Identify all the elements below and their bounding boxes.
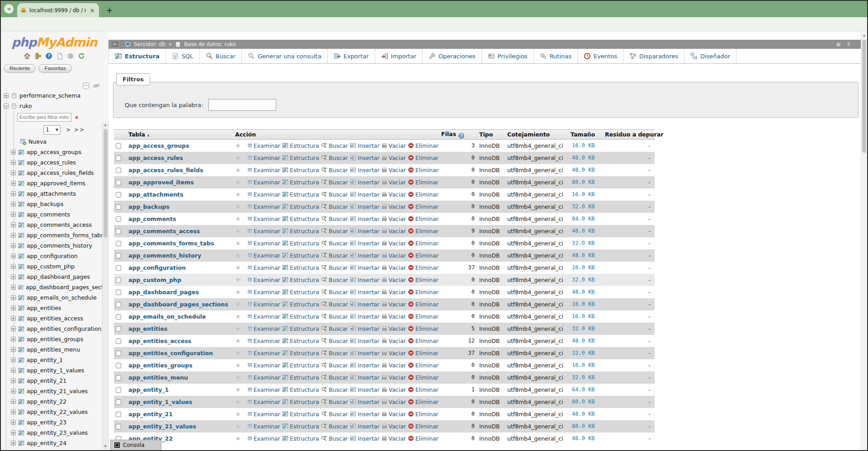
structure-action-link[interactable]: Estructura [282, 325, 319, 332]
tree-table-label[interactable]: app_entities [27, 305, 61, 311]
scroll-up-icon[interactable]: ▲ [103, 123, 108, 127]
collapse-all-icon[interactable]: − [83, 83, 89, 89]
rows-help-icon[interactable]: ? [458, 133, 464, 139]
tree-table-label[interactable]: app_comments_forms_tabs [27, 232, 102, 239]
favorite-star-icon[interactable]: ★ [235, 227, 241, 235]
insert-action-link[interactable]: Insertar [350, 191, 380, 198]
empty-action-link[interactable]: Vaciar [382, 240, 406, 247]
help-icon[interactable] [45, 52, 52, 60]
search-action-link[interactable]: Buscar [321, 191, 348, 198]
header-residuo[interactable]: Residuo a depurar [603, 130, 655, 140]
insert-action-link[interactable]: Insertar [350, 155, 380, 161]
drop-action-link[interactable]: Eliminar [408, 325, 439, 332]
drop-action-link[interactable]: Eliminar [408, 264, 439, 271]
row-checkbox[interactable] [116, 375, 121, 381]
tree-table-app_entity_22[interactable]: +app_entity_22 [0, 396, 102, 407]
insert-action-link[interactable]: Insertar [350, 325, 380, 332]
structure-action-link[interactable]: Estructura [282, 411, 319, 418]
favorite-star-icon[interactable]: ★ [235, 362, 241, 369]
tab-operaciones[interactable]: Operaciones [423, 49, 482, 63]
search-action-link[interactable]: Buscar [321, 386, 348, 393]
structure-action-link[interactable]: Estructura [282, 167, 319, 174]
empty-action-link[interactable]: Vaciar [382, 350, 406, 357]
insert-action-link[interactable]: Insertar [350, 277, 380, 283]
tree-table-label[interactable]: app_dashboard_pages [27, 273, 90, 280]
search-action-link[interactable]: Buscar [321, 374, 348, 381]
favorite-star-icon[interactable]: ★ [235, 337, 241, 344]
scroll-up-icon[interactable]: ▲ [861, 33, 867, 37]
structure-action-link[interactable]: Estructura [282, 142, 319, 149]
filter-clear-icon[interactable]: x [75, 114, 78, 120]
tree-table-label[interactable]: app_entities_menu [27, 346, 80, 353]
expander-icon[interactable]: + [11, 347, 16, 352]
table-name-link[interactable]: app_entity_21 [128, 411, 173, 418]
tab-estructura[interactable]: Estructura [108, 49, 166, 63]
expander-icon[interactable]: + [11, 441, 16, 446]
filter-word-input[interactable] [208, 99, 276, 111]
empty-action-link[interactable]: Vaciar [382, 325, 406, 332]
row-checkbox[interactable] [116, 180, 121, 185]
drop-action-link[interactable]: Eliminar [408, 155, 439, 161]
tree-table-label[interactable]: app_entity_23_values [27, 429, 88, 436]
table-name-link[interactable]: app_emails_on_schedule [128, 313, 206, 320]
tree-table-app_dashboard_pages[interactable]: +app_dashboard_pages [0, 272, 102, 282]
scroll-down-icon[interactable]: ▼ [103, 445, 108, 448]
docs-icon[interactable] [56, 52, 63, 60]
tree-table-label[interactable]: app_emails_on_schedule [27, 294, 97, 301]
insert-action-link[interactable]: Insertar [350, 240, 380, 247]
drop-action-link[interactable]: Eliminar [408, 167, 439, 174]
search-action-link[interactable]: Buscar [321, 252, 348, 259]
tree-filter-input[interactable] [17, 113, 71, 122]
row-checkbox[interactable] [116, 229, 121, 234]
search-action-link[interactable]: Buscar [321, 240, 348, 247]
tab-generar-consulta[interactable]: Generar una consulta [242, 49, 328, 63]
tree-table-app_comments_history[interactable]: +app_comments_history [0, 240, 102, 251]
empty-action-link[interactable]: Vaciar [382, 252, 406, 259]
tree-table-app_entities[interactable]: +app_entities [0, 303, 102, 313]
tab-buscar[interactable]: Buscar [200, 49, 242, 63]
tree-table-app_access_groups[interactable]: +app_access_groups [0, 147, 102, 157]
structure-action-link[interactable]: Estructura [282, 228, 319, 235]
page-scrollbar[interactable]: ▲ [861, 32, 867, 450]
favorite-star-icon[interactable]: ★ [235, 288, 241, 296]
console-bar[interactable]: Consola [110, 440, 161, 450]
table-name-link[interactable]: app_access_rules [128, 155, 183, 161]
browse-action-link[interactable]: Examinar [248, 191, 280, 198]
empty-action-link[interactable]: Vaciar [382, 423, 406, 430]
tree-db-ruko[interactable]: − ruko [0, 101, 102, 111]
browse-action-link[interactable]: Examinar [248, 423, 280, 430]
collapse-top-icon[interactable] [846, 42, 852, 47]
expander-icon[interactable]: + [11, 368, 16, 373]
tree-table-app_access_rules[interactable]: +app_access_rules [0, 157, 102, 168]
expander-icon[interactable]: + [11, 222, 16, 227]
tree-table-app_comments_access[interactable]: +app_comments_access [0, 220, 102, 230]
tree-table-label[interactable]: app_entity_21 [27, 377, 66, 384]
expander-icon[interactable]: + [11, 202, 16, 207]
row-checkbox[interactable] [116, 143, 121, 149]
breadcrumb-database[interactable]: Base de datos: ruko [184, 41, 236, 47]
favorite-star-icon[interactable]: ★ [235, 252, 241, 259]
favorite-star-icon[interactable]: ★ [235, 166, 241, 174]
empty-action-link[interactable]: Vaciar [382, 435, 406, 442]
favorite-star-icon[interactable]: ★ [235, 264, 241, 271]
drop-action-link[interactable]: Eliminar [408, 338, 439, 344]
table-name-link[interactable]: app_entity_1 [128, 386, 169, 393]
drop-action-link[interactable]: Eliminar [408, 399, 439, 405]
expander-icon[interactable]: + [11, 274, 16, 279]
row-checkbox[interactable] [116, 290, 121, 295]
structure-action-link[interactable]: Estructura [282, 191, 319, 198]
drop-action-link[interactable]: Eliminar [408, 386, 439, 393]
expander-icon[interactable]: + [11, 326, 16, 331]
favorites-button[interactable]: Favoritas [38, 64, 71, 73]
search-action-link[interactable]: Buscar [321, 411, 348, 418]
structure-action-link[interactable]: Estructura [282, 374, 319, 381]
table-name-link[interactable]: app_dashboard_pages_sections [128, 301, 228, 308]
browser-tab[interactable]: localhost:9999 / db / ruko | p × [17, 3, 99, 17]
empty-action-link[interactable]: Vaciar [382, 411, 406, 418]
row-checkbox[interactable] [116, 277, 121, 283]
tree-table-label[interactable]: app_comments [27, 211, 70, 218]
tree-table-app_entity_1[interactable]: +app_entity_1 [0, 355, 102, 365]
browse-action-link[interactable]: Examinar [248, 289, 280, 296]
tree-table-app_entities_menu[interactable]: +app_entities_menu [0, 344, 102, 355]
empty-action-link[interactable]: Vaciar [382, 167, 406, 174]
